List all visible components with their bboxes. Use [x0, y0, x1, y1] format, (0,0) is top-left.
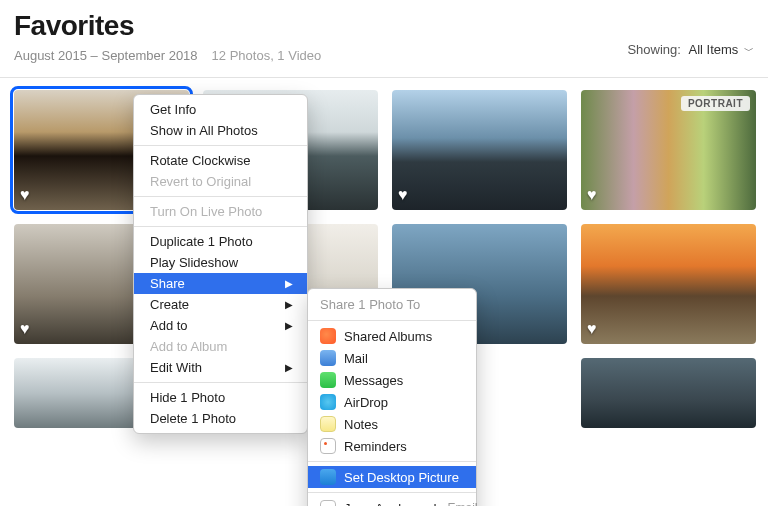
menu-delete[interactable]: Delete 1 Photo: [134, 408, 307, 429]
menu-share[interactable]: Share▶: [134, 273, 307, 294]
menu-add-to[interactable]: Add to▶: [134, 315, 307, 336]
menu-duplicate[interactable]: Duplicate 1 Photo: [134, 231, 307, 252]
menu-slideshow[interactable]: Play Slideshow: [134, 252, 307, 273]
menu-add-album: Add to Album: [134, 336, 307, 357]
share-shared-albums[interactable]: Shared Albums: [308, 325, 476, 347]
menu-separator: [134, 382, 307, 383]
page-title: Favorites: [14, 10, 754, 42]
showing-value: All Items: [689, 42, 739, 57]
contact-icon: ✉: [320, 500, 336, 506]
menu-rotate[interactable]: Rotate Clockwise: [134, 150, 307, 171]
share-submenu: Share 1 Photo To Shared Albums Mail Mess…: [307, 288, 477, 506]
favorite-icon: ♥: [398, 186, 408, 204]
menu-get-info[interactable]: Get Info: [134, 99, 307, 120]
context-menu: Get Info Show in All Photos Rotate Clock…: [133, 94, 308, 434]
share-notes[interactable]: Notes: [308, 413, 476, 435]
date-range: August 2015 – September 2018: [14, 48, 198, 63]
menu-separator: [308, 492, 476, 493]
share-reminders[interactable]: Reminders: [308, 435, 476, 457]
menu-edit-with[interactable]: Edit With▶: [134, 357, 307, 378]
menu-separator: [134, 145, 307, 146]
menu-hide[interactable]: Hide 1 Photo: [134, 387, 307, 408]
menu-create[interactable]: Create▶: [134, 294, 307, 315]
messages-icon: [320, 372, 336, 388]
chevron-down-icon: ﹀: [744, 44, 754, 58]
share-header: Share 1 Photo To: [308, 293, 476, 316]
favorite-icon: ♥: [20, 186, 30, 204]
airdrop-icon: [320, 394, 336, 410]
reminders-icon: [320, 438, 336, 454]
menu-separator: [134, 226, 307, 227]
submenu-arrow-icon: ▶: [285, 362, 293, 373]
menu-show-in-all[interactable]: Show in All Photos: [134, 120, 307, 141]
submenu-arrow-icon: ▶: [285, 320, 293, 331]
photo-thumb[interactable]: [581, 358, 756, 428]
photo-thumb[interactable]: ♥: [392, 90, 567, 210]
menu-separator: [134, 196, 307, 197]
showing-filter[interactable]: Showing: All Items ﹀: [627, 42, 754, 58]
contact-hint: Email: [448, 501, 478, 506]
share-contact[interactable]: ✉Jane AppleseedEmail: [308, 497, 476, 506]
shared-albums-icon: [320, 328, 336, 344]
notes-icon: [320, 416, 336, 432]
submenu-arrow-icon: ▶: [285, 278, 293, 289]
desktop-icon: [320, 469, 336, 485]
showing-label: Showing:: [627, 42, 680, 57]
submenu-arrow-icon: ▶: [285, 299, 293, 310]
favorite-icon: ♥: [20, 320, 30, 338]
menu-live-photo: Turn On Live Photo: [134, 201, 307, 222]
menu-separator: [308, 320, 476, 321]
mail-icon: [320, 350, 336, 366]
share-mail[interactable]: Mail: [308, 347, 476, 369]
menu-separator: [308, 461, 476, 462]
share-messages[interactable]: Messages: [308, 369, 476, 391]
menu-revert: Revert to Original: [134, 171, 307, 192]
favorite-icon: ♥: [587, 186, 597, 204]
photo-thumb[interactable]: PORTRAIT ♥: [581, 90, 756, 210]
portrait-badge: PORTRAIT: [681, 96, 750, 111]
share-airdrop[interactable]: AirDrop: [308, 391, 476, 413]
photo-thumb[interactable]: ♥: [581, 224, 756, 344]
media-counts: 12 Photos, 1 Video: [212, 48, 322, 63]
favorite-icon: ♥: [587, 320, 597, 338]
header-divider: [0, 77, 768, 78]
share-set-desktop[interactable]: Set Desktop Picture: [308, 466, 476, 488]
